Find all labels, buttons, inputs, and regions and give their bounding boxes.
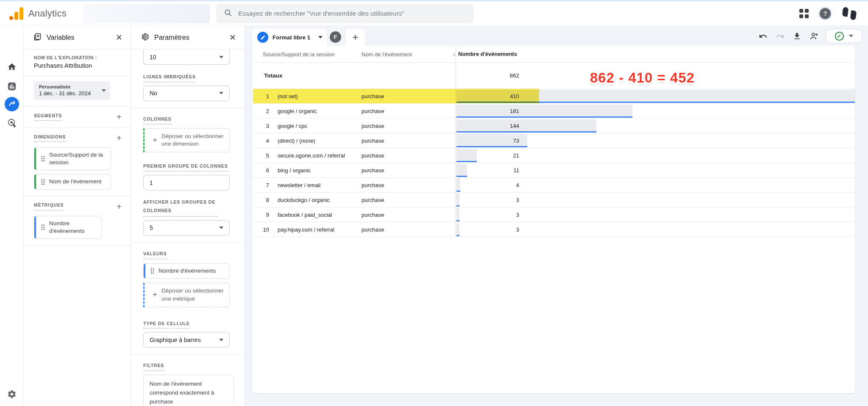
close-settings-icon[interactable]: ✕ — [229, 33, 236, 42]
row-event: purchase — [362, 197, 384, 203]
close-variables-icon[interactable]: ✕ — [116, 33, 122, 42]
table-row[interactable]: 7 newsletter / email purchase 4 — [252, 178, 855, 193]
brand[interactable]: Analytics — [0, 7, 81, 20]
row-source: duckduckgo / organic — [278, 197, 330, 203]
share-add-user-icon[interactable] — [808, 30, 819, 41]
table-row[interactable]: 8 duckduckgo / organic purchase 3 — [252, 193, 855, 207]
canvas-toolbar: ✓ — [757, 29, 862, 43]
add-metric-button[interactable]: + — [117, 202, 122, 211]
settings-panel-header: Paramètres ✕ — [131, 26, 245, 50]
add-tab-button[interactable]: + — [346, 29, 365, 46]
apps-grid-icon[interactable] — [799, 9, 809, 18]
values-metric-chip[interactable]: Nombre d'événements — [143, 263, 230, 279]
nested-rows-select[interactable]: No — [143, 86, 230, 101]
values-dropzone[interactable]: + Déposer ou sélectionner une métrique — [143, 283, 230, 307]
row-event: purchase — [362, 152, 384, 159]
date-range-picker[interactable]: Personnalisée 1 déc. - 31 déc. 2024 — [34, 81, 110, 100]
advertising-icon[interactable] — [6, 116, 18, 129]
row-event: purchase — [362, 182, 384, 188]
help-icon[interactable]: ? — [820, 8, 831, 19]
column-header-event[interactable]: Nom de l'événement — [362, 51, 412, 58]
row-value: 144 — [456, 123, 519, 129]
exploration-name-value[interactable]: Purchases Attribution — [34, 62, 122, 69]
chevron-down-icon — [219, 56, 223, 58]
sort-desc-icon: ↓ — [453, 51, 456, 56]
row-rank: 5 — [258, 152, 269, 159]
cell-type-value: Graphique à barres — [150, 337, 201, 343]
table-row[interactable]: 3 google / cpc purchase 144 — [252, 119, 855, 133]
table-row[interactable]: 5 secure.ogone.com / referral purchase 2… — [252, 148, 855, 163]
analytics-app: Analytics ? — [0, 0, 868, 406]
tab-f-avatar[interactable]: F — [330, 31, 341, 43]
undo-icon[interactable] — [757, 30, 768, 41]
add-dimension-button[interactable]: + — [117, 133, 122, 142]
row-source: secure.ogone.com / referral — [278, 152, 345, 159]
gear-icon — [141, 33, 149, 43]
row-event: purchase — [362, 138, 384, 144]
columns-dropzone[interactable]: + Déposer ou sélectionner une dimension — [143, 128, 230, 153]
tab-format-libre[interactable]: Format libre 1 — [252, 29, 327, 46]
variables-panel-title: Variables — [47, 34, 75, 41]
metric-chip-label: Nombre d'événements — [49, 220, 97, 235]
row-source: newsletter / email — [278, 182, 320, 188]
redo-icon[interactable] — [774, 30, 785, 41]
chevron-down-icon — [318, 36, 323, 39]
totals-row: Totaux 862 — [252, 63, 855, 89]
cell-type-select[interactable]: Graphique à barres — [143, 332, 230, 348]
chevron-down-icon — [219, 92, 223, 94]
show-rows-select[interactable]: 10 — [143, 50, 230, 65]
workspace-logo-icon[interactable] — [842, 6, 857, 21]
table-row[interactable]: 2 google / organic purchase 181 — [252, 104, 855, 119]
analytics-logo-icon — [9, 7, 23, 20]
add-segment-button[interactable]: + — [117, 112, 122, 121]
property-selector-area[interactable] — [83, 4, 210, 23]
first-column-group-input[interactable] — [143, 175, 230, 191]
variables-panel-header: Variables ✕ — [24, 26, 131, 50]
drag-handle-icon — [41, 179, 45, 185]
status-pill[interactable]: ✓ — [825, 29, 862, 43]
row-value: 3 — [456, 226, 519, 233]
row-value: 4 — [456, 182, 519, 188]
show-rows-value: 10 — [150, 54, 156, 61]
pencil-icon — [257, 32, 268, 43]
chevron-down-icon — [219, 226, 223, 229]
table-row[interactable]: 9 facebook / paid_social purchase 3 — [252, 207, 855, 222]
check-circle-icon: ✓ — [835, 32, 844, 41]
search-bar[interactable] — [216, 4, 474, 23]
explorations-icon[interactable] — [5, 97, 19, 111]
settings-panel: Paramètres ✕ 10 LIGNES IMBRIQUÉES No COL… — [131, 26, 245, 406]
applied-filter-text: Nom de l'événement correspond exactement… — [150, 381, 214, 405]
row-value: 181 — [456, 108, 519, 114]
table-header-row: Source/Support de la session Nom de l'év… — [252, 46, 855, 63]
row-source: google / organic — [278, 108, 317, 114]
row-event: purchase — [362, 212, 384, 218]
dimension-chip[interactable]: Nom de l'événement — [34, 174, 111, 189]
nested-rows-value: No — [150, 90, 157, 97]
nested-rows-label: LIGNES IMBRIQUÉES — [143, 74, 196, 82]
row-value: 3 — [456, 197, 519, 203]
row-source: pay.hipay.com / referral — [278, 226, 334, 233]
dimension-chip[interactable]: Source/Support de la session — [34, 147, 111, 170]
admin-settings-icon[interactable] — [6, 388, 18, 400]
table-row[interactable]: 10 pay.hipay.com / referral purchase 3 — [252, 222, 855, 237]
column-header-events-count[interactable]: Nombre d'événements — [458, 51, 517, 57]
row-event: purchase — [362, 167, 384, 174]
totals-label: Totaux — [264, 72, 282, 79]
chevron-down-icon — [219, 339, 223, 341]
drag-handle-icon — [150, 268, 154, 274]
brand-name: Analytics — [28, 8, 67, 19]
metric-chip[interactable]: Nombre d'événements — [34, 216, 102, 239]
row-rank: 2 — [258, 108, 269, 114]
search-input[interactable] — [238, 10, 466, 17]
applied-filter-card[interactable]: Nom de l'événement correspond exactement… — [143, 375, 234, 406]
table-row[interactable]: 6 bing / organic purchase 11 — [252, 163, 855, 178]
table-row[interactable]: 4 (direct) / (none) purchase 73 — [252, 133, 855, 148]
show-column-groups-select[interactable]: 5 — [143, 220, 230, 236]
table-row[interactable]: 1 (not set) purchase 410 — [252, 89, 855, 104]
home-icon[interactable] — [6, 61, 18, 73]
reports-icon[interactable] — [6, 80, 18, 93]
tab-label: Format libre 1 — [273, 34, 310, 41]
download-icon[interactable] — [791, 30, 802, 41]
column-header-source[interactable]: Source/Support de la session — [263, 51, 335, 58]
table-rows: 1 (not set) purchase 410 2 google / orga… — [252, 89, 855, 237]
